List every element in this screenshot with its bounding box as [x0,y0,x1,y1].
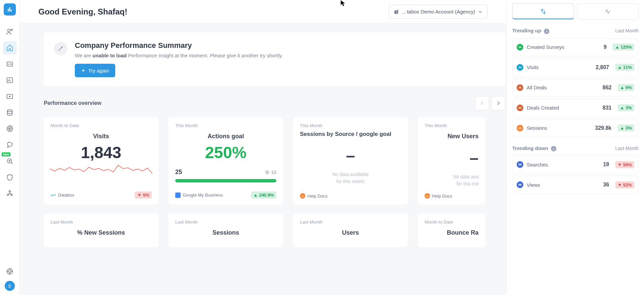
nav-team-icon[interactable] [3,187,17,200]
building-icon [394,9,399,14]
svg-rect-19 [520,184,521,186]
trend-name: Deals Created [527,105,599,111]
trend-row[interactable]: Views 36 ▼ 52% [512,176,639,194]
metric-card-bounce-rate[interactable]: Month to Date Bounce Ra [418,213,485,247]
trend-value: 831 [603,105,612,111]
nav-slides-icon[interactable] [3,90,17,103]
source-label: Help Docs [425,193,452,199]
svg-point-11 [9,190,10,192]
svg-rect-4 [7,78,12,83]
cursor-icon [340,0,346,7]
summary-card: Company Performance Summary We are unabl… [44,32,505,86]
trend-name: Searches [527,162,600,168]
source-label: Google My Business [175,193,223,198]
nav-data-icon[interactable] [3,106,17,119]
nav-security-icon[interactable] [3,171,17,184]
metric-card-sessions[interactable]: Last Month Sessions [168,213,283,247]
info-icon[interactable]: i [551,146,556,151]
right-panel: Trending up i Last Month Created Surveys… [507,0,644,295]
trend-delta: ▲ 125% [613,43,634,51]
nav-goals-icon[interactable] [3,122,17,136]
carousel-next[interactable] [491,96,505,110]
trend-value: 2,807 [595,64,609,70]
nav-metrics-icon[interactable]: 123 [3,57,17,71]
left-rail: 123 New S [0,0,20,295]
info-icon[interactable]: i [544,29,549,34]
source-label: Help Docs [300,193,328,199]
trend-row[interactable]: Deals Created 831 ▲ 3% [512,99,639,117]
app-logo[interactable] [4,3,16,16]
nav-alerts-icon[interactable] [3,138,17,152]
account-switcher[interactable]: …tabox Demo Account (Agency) [389,5,488,19]
new-badge: New [2,152,11,156]
source-dot-icon [517,44,523,51]
trend-delta: ▲ 11% [615,64,635,71]
source-dot-icon [517,161,523,168]
trend-delta: ▲ 3% [618,124,634,131]
trending-up-header: Trending up i Last Month [512,28,639,34]
nav-dashboards-icon[interactable] [3,73,17,87]
svg-point-0 [7,29,10,32]
metric-card-sessions-source[interactable]: This Month Sessions by Source / google g… [293,117,408,205]
svg-text:123: 123 [7,63,11,66]
summary-title: Company Performance Summary [75,41,283,50]
svg-point-6 [7,110,12,112]
wand-icon [54,42,67,55]
svg-point-15 [8,270,11,272]
trend-delta: ▼ 52% [615,181,635,188]
metric-card-users[interactable]: Last Month Users [293,213,408,247]
nav-insights-icon[interactable]: New [3,154,17,168]
nav-contacts-icon[interactable] [3,25,17,38]
main-content: Good Evening, Shafaq! …tabox Demo Accoun… [20,0,507,295]
source-label: Databox [51,193,74,198]
trend-name: Views [527,182,600,188]
trend-row[interactable]: Created Surveys 9 ▲ 125% [512,38,639,56]
metric-card-actions-goal[interactable]: This Month Actions goal 250% 25 10 Googl… [168,117,283,205]
svg-rect-18 [519,184,520,186]
trend-row[interactable]: Searches 19 ▼ 56% [512,155,639,174]
nav-help-icon[interactable] [3,265,17,278]
no-data-label: No data availablefor this metric [300,171,401,185]
metric-row-1: Month to Date Visits 1,843 Databox ▼ 5% … [44,117,507,205]
nav-home-icon[interactable] [3,41,17,55]
source-dot-icon [517,84,523,91]
trend-row[interactable]: Visits 2,807 ▲ 11% [512,58,639,77]
carousel-prev[interactable] [475,96,489,110]
tab-activity[interactable] [577,3,639,20]
page-title: Good Evening, Shafaq! [38,7,389,17]
trend-value: 9 [604,44,607,50]
summary-text: We are unable to load Performance Insigh… [75,53,283,58]
trend-row[interactable]: All Deals 862 ▲ 6% [512,79,639,97]
metric-card-visits[interactable]: Month to Date Visits 1,843 Databox ▼ 5% [44,117,158,205]
source-dot-icon [517,64,523,71]
svg-point-20 [266,171,269,174]
trend-delta: ▲ 3% [618,104,634,111]
source-dot-icon [517,125,523,131]
goal-target: 10 [265,170,276,175]
metric-card-new-users[interactable]: This Month New Users – No data avafor th… [418,117,485,205]
svg-rect-16 [519,164,520,166]
trend-name: Sessions [527,125,592,131]
delta-chip: ▲ 240.9% [251,191,276,199]
trend-delta: ▲ 6% [618,84,634,91]
visits-sparkline [50,164,152,180]
trend-name: Created Surveys [527,44,600,50]
tab-trends[interactable] [512,3,574,20]
user-avatar[interactable]: S [5,281,15,291]
source-dot-icon [517,181,523,188]
metric-card-new-sessions-pct[interactable]: Last Month % New Sessions [44,213,158,247]
trend-value: 329.8k [595,125,612,131]
trend-value: 862 [603,85,612,91]
progress-bar [175,179,276,182]
trend-delta: ▼ 56% [615,161,635,168]
try-again-button[interactable]: Try again [75,64,115,77]
trend-row[interactable]: Sessions 329.8k ▲ 3% [512,119,639,137]
account-label: …tabox Demo Account (Agency) [402,9,475,14]
overview-title: Performance overview [44,100,475,106]
svg-rect-17 [520,164,521,166]
source-dot-icon [517,105,523,111]
trend-value: 19 [603,161,609,168]
svg-point-1 [11,29,12,31]
trend-name: Visits [527,64,592,70]
svg-point-21 [267,172,268,173]
